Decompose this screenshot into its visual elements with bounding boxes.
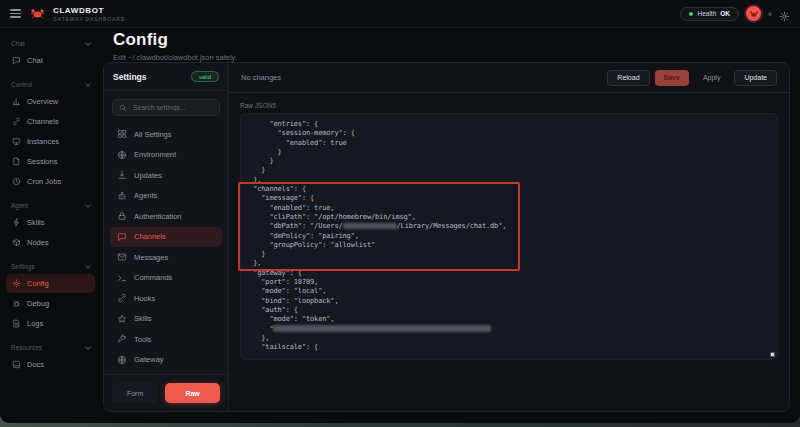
raw-view-button[interactable]: Raw bbox=[165, 383, 220, 403]
settings-item-skills[interactable]: Skills bbox=[110, 309, 222, 329]
code-line: } bbox=[245, 250, 771, 259]
apply-button[interactable]: Apply bbox=[694, 70, 730, 86]
top-header: CLAWDBOT GATEWAY DASHBOARD Health OK bbox=[0, 0, 800, 28]
sidebar-section-agent[interactable]: Agent bbox=[6, 200, 95, 213]
code-line: "mode": "local", bbox=[245, 287, 771, 296]
search-icon bbox=[119, 104, 127, 112]
settings-panel-header: Settings valid bbox=[104, 63, 228, 91]
update-button[interactable]: Update bbox=[734, 70, 777, 86]
menu-icon[interactable] bbox=[10, 7, 21, 19]
settings-item-authentication[interactable]: Authentication bbox=[110, 206, 222, 226]
avatar-button[interactable] bbox=[746, 6, 761, 21]
sidebar-item-config[interactable]: Config bbox=[6, 274, 95, 293]
sidebar-section-settings[interactable]: Settings bbox=[6, 261, 95, 274]
sidebar-item-cron-jobs[interactable]: Cron Jobs bbox=[6, 172, 95, 191]
form-view-button[interactable]: Form bbox=[112, 383, 158, 403]
redacted-value bbox=[273, 325, 491, 332]
sidebar-item-docs[interactable]: Docs bbox=[6, 355, 95, 374]
view-toggle: Form Raw bbox=[104, 374, 228, 411]
settings-panel-title: Settings bbox=[113, 72, 147, 82]
settings-item-all-settings[interactable]: All Settings bbox=[110, 124, 222, 144]
code-line: "session-memory": { bbox=[245, 129, 771, 138]
chevron-down-icon bbox=[85, 263, 91, 269]
page-subtitle: Edit ~/.clawdbot/clawdbot.json safely. bbox=[113, 53, 237, 62]
sidebar-section-control[interactable]: Control bbox=[6, 79, 95, 92]
reload-button[interactable]: Reload bbox=[607, 70, 649, 86]
toolbar-buttons: ReloadSaveApplyUpdate bbox=[607, 70, 777, 86]
sidebar-item-instances[interactable]: Instances bbox=[6, 132, 95, 151]
health-badge: Health OK bbox=[680, 7, 739, 21]
settings-item-label: Environment bbox=[134, 150, 176, 159]
code-line: "gateway": { bbox=[245, 269, 771, 278]
brand-subtitle: GATEWAY DASHBOARD bbox=[53, 16, 125, 22]
settings-item-gateway[interactable]: Gateway bbox=[110, 350, 222, 370]
resize-handle[interactable] bbox=[770, 352, 775, 357]
code-line: "groupPolicy": "allowlist" bbox=[245, 241, 771, 250]
sidebar-item-label: Docs bbox=[27, 360, 44, 369]
sidebar-item-logs[interactable]: Logs bbox=[6, 314, 95, 333]
sidebar-item-nodes[interactable]: Nodes bbox=[6, 233, 95, 252]
settings-item-messages[interactable]: Messages bbox=[110, 247, 222, 267]
agents-icon bbox=[117, 191, 127, 201]
settings-item-updates[interactable]: Updates bbox=[110, 165, 222, 185]
chevron-down-icon bbox=[85, 202, 91, 208]
code-line: "enabled": true, bbox=[245, 204, 771, 213]
sidebar-item-sessions[interactable]: Sessions bbox=[6, 152, 95, 171]
sidebar-item-label: Instances bbox=[27, 137, 59, 146]
sidebar-item-label: Channels bbox=[27, 117, 59, 126]
sidebar-item-label: Cron Jobs bbox=[27, 177, 61, 186]
overview-icon bbox=[12, 97, 21, 106]
settings-search-input[interactable] bbox=[131, 103, 213, 112]
editor-toolbar: No changes ReloadSaveApplyUpdate bbox=[229, 63, 789, 93]
sidebar-section-resources[interactable]: Resources bbox=[6, 342, 95, 355]
settings-item-hooks[interactable]: Hooks bbox=[110, 288, 222, 308]
skills-icon bbox=[12, 218, 21, 227]
settings-item-label: Skills bbox=[134, 314, 152, 323]
sidebar-section-chat[interactable]: Chat bbox=[6, 38, 95, 51]
sidebar-item-channels[interactable]: Channels bbox=[6, 112, 95, 131]
code-line: } bbox=[245, 148, 771, 157]
settings-item-agents[interactable]: Agents bbox=[110, 186, 222, 206]
settings-item-label: All Settings bbox=[134, 130, 172, 139]
settings-item-tools[interactable]: Tools bbox=[110, 329, 222, 349]
code-line: "enabled": true bbox=[245, 139, 771, 148]
mail-icon bbox=[117, 252, 127, 262]
nodes-icon bbox=[12, 238, 21, 247]
chevron-down-icon bbox=[85, 344, 91, 350]
terminal-icon bbox=[117, 273, 127, 283]
code-line: "channels": { bbox=[245, 185, 771, 194]
settings-item-channels[interactable]: Channels bbox=[110, 227, 222, 247]
json-editor[interactable]: "entries": { "session-memory": { "enable… bbox=[240, 113, 778, 360]
link-icon bbox=[117, 293, 127, 303]
save-button[interactable]: Save bbox=[655, 70, 689, 86]
sidebar-item-skills[interactable]: Skills bbox=[6, 213, 95, 232]
code-line: }, bbox=[245, 259, 771, 268]
chat-icon bbox=[12, 56, 21, 65]
settings-item-label: Updates bbox=[134, 171, 162, 180]
settings-gear-icon[interactable] bbox=[779, 8, 790, 19]
settings-item-environment[interactable]: Environment bbox=[110, 145, 222, 165]
config-card: Settings valid All SettingsEnvironmentUp… bbox=[103, 62, 790, 412]
grid-icon bbox=[117, 129, 127, 139]
sidebar-item-label: Overview bbox=[27, 97, 58, 106]
chevron-down-icon bbox=[85, 81, 91, 87]
star-icon bbox=[117, 314, 127, 324]
code-line: "dbPath": "/Users//Library/Messages/chat… bbox=[245, 222, 771, 231]
sidebar-item-overview[interactable]: Overview bbox=[6, 92, 95, 111]
sidebar-item-label: Debug bbox=[27, 299, 49, 308]
status-dot bbox=[768, 12, 772, 16]
settings-item-label: Messages bbox=[134, 253, 168, 262]
sidebar-item-chat[interactable]: Chat bbox=[6, 51, 95, 70]
settings-item-label: Authentication bbox=[134, 212, 182, 221]
sidebar-item-label: Sessions bbox=[27, 157, 57, 166]
page-head: Config Edit ~/.clawdbot/clawdbot.json sa… bbox=[113, 30, 237, 62]
code-line: } bbox=[245, 157, 771, 166]
settings-item-label: Tools bbox=[134, 335, 152, 344]
sidebar-item-debug[interactable]: Debug bbox=[6, 294, 95, 313]
code-line: "port": 18789, bbox=[245, 278, 771, 287]
settings-item-commands[interactable]: Commands bbox=[110, 268, 222, 288]
docs-icon bbox=[12, 360, 21, 369]
header-right: Health OK bbox=[680, 6, 790, 21]
code-line: "tailscale": { bbox=[245, 343, 771, 352]
health-label: Health bbox=[697, 10, 716, 17]
